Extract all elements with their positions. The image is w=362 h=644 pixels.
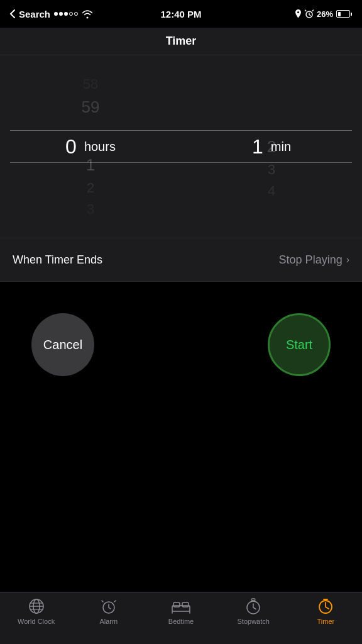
back-chevron-icon [10,9,15,18]
tab-stopwatch[interactable]: Stopwatch [217,597,290,625]
cancel-button[interactable]: Cancel [31,313,94,376]
battery-percent: 26% [317,9,333,19]
picker-fade-top [0,55,362,125]
signal-icon [54,12,78,16]
alarm-icon [100,597,118,615]
svg-rect-13 [251,599,255,601]
back-label[interactable]: Search [19,9,50,19]
world-clock-icon [28,597,45,615]
tab-timer[interactable]: Timer [290,597,362,625]
time-picker[interactable]: 58 59 0 1 2 3 1 2 3 4 [0,55,362,238]
tab-timer-label: Timer [317,618,335,625]
page-header: Timer [0,28,362,55]
content-spacer [0,453,362,592]
svg-rect-9 [182,602,189,607]
battery-icon [336,10,352,18]
status-right: 26% [295,9,352,19]
start-label: Start [286,338,312,352]
cancel-label: Cancel [43,338,82,352]
timer-ends-label: When Timer Ends [13,253,102,267]
alarm-status-icon [305,9,314,18]
tab-world-clock-label: World Clock [18,618,55,625]
tab-alarm-label: Alarm [99,618,118,625]
timer-ends-value-text: Stop Playing [279,253,343,267]
tab-bedtime-label: Bedtime [168,618,194,625]
tab-bedtime[interactable]: Bedtime [145,597,217,625]
tab-stopwatch-label: Stopwatch [238,618,270,625]
location-icon [295,9,302,18]
tab-alarm[interactable]: Alarm [72,597,145,625]
stopwatch-icon [244,597,262,615]
timer-icon [317,597,334,615]
buttons-area: Cancel Start [0,282,362,453]
picker-fade-bottom [0,169,362,238]
svg-rect-8 [173,602,180,607]
page-title: Timer [166,35,197,48]
chevron-right-icon: › [346,254,349,265]
picker-selection-lines [0,130,362,163]
status-time: 12:40 PM [160,9,201,19]
wifi-icon [82,10,93,18]
timer-ends-row[interactable]: When Timer Ends Stop Playing › [0,238,362,282]
start-button[interactable]: Start [268,313,331,376]
status-left: Search [10,9,93,19]
tab-world-clock[interactable]: World Clock [0,597,72,625]
bedtime-icon [172,597,190,615]
timer-ends-value-row[interactable]: Stop Playing › [279,253,349,267]
main-content: Timer 58 59 0 1 2 3 [0,28,362,592]
tab-bar: World Clock Alarm Bedtime [0,592,362,644]
status-bar: Search 12:40 PM 26% [0,0,362,28]
